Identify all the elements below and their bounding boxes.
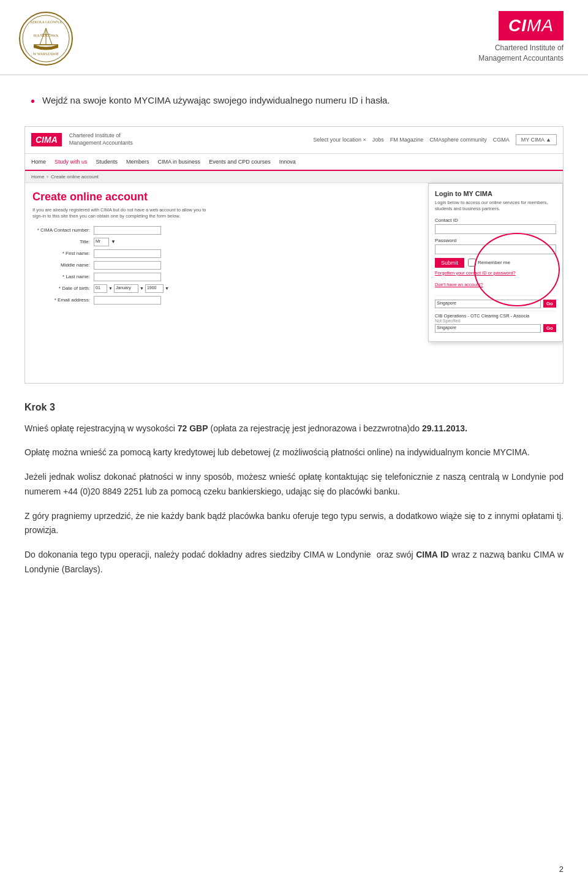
mockup-nav-bar: Home Study with us Students Members CIMA…	[25, 154, 563, 171]
create-account-desc: If you are already registered with CIMA …	[32, 207, 216, 220]
location-row-1: Singapore Go	[435, 300, 556, 308]
cima-subtitle: Chartered Institute of Management Accoun…	[478, 43, 564, 64]
cima-logo: CIMA	[499, 11, 564, 40]
popup-submit-row: Submit Remember me	[435, 258, 556, 268]
intro-text: Wejdź na swoje konto MYCIMA używając swo…	[42, 94, 390, 108]
popup-forgot-link[interactable]: Forgotten your contact ID or password?	[435, 270, 556, 276]
step-para-2: Opłatę można wnieść za pomocą karty kred…	[24, 445, 564, 460]
mockup-nav-members[interactable]: Members	[126, 159, 149, 165]
dob-month[interactable]: January	[114, 284, 138, 293]
go-button-2[interactable]: Go	[543, 324, 556, 332]
page-header: SZKOŁA GŁÓWNA W WARSZAWIE HANDLOWA CIMA …	[0, 0, 588, 75]
contact-input[interactable]	[94, 226, 161, 235]
mockup-body: Create online account If you are already…	[25, 183, 563, 384]
location-item-1-name: CIB Operations - OTC Clearing CSR - Asso…	[435, 313, 556, 319]
title-input[interactable]: Mr	[94, 238, 109, 246]
mockup-breadcrumb: Home › Create online account	[25, 171, 563, 183]
page-footer: 2	[559, 865, 564, 874]
mockup-nav-events[interactable]: Events and CPD courses	[209, 159, 271, 165]
cima-ci: CI	[508, 16, 527, 35]
password-label: Password	[435, 238, 556, 243]
mockup-nav-right: Select your location × Jobs FM Magazine …	[313, 134, 557, 145]
lastname-input[interactable]	[94, 273, 161, 281]
remember-checkbox[interactable]	[468, 259, 476, 267]
dob-day[interactable]: 01	[94, 284, 107, 293]
popup-remember: Remember me	[468, 259, 510, 267]
step-title: Krok 3	[24, 402, 564, 413]
mockup-nav-home[interactable]: Home	[31, 159, 46, 165]
website-screenshot: CIMA Chartered Institute of Management A…	[24, 126, 564, 384]
location-item-1-type: Not Specified	[435, 319, 556, 323]
bullet-icon: •	[31, 95, 35, 107]
svg-text:W WARSZAWIE: W WARSZAWIE	[33, 52, 59, 56]
mockup-cima-text: Chartered Institute of Management Accoun…	[69, 132, 133, 146]
step-para-5: Do dokonania tego typu operacji, należy …	[24, 548, 564, 577]
login-popup: Login to MY CIMA Login below to access o…	[428, 183, 563, 342]
mockup-nav-innova[interactable]: Innova	[279, 159, 296, 165]
dob-year[interactable]: 1900	[145, 284, 164, 293]
intro-section: • Wejdź na swoje konto MYCIMA używając s…	[31, 94, 564, 108]
step-section: Krok 3 Wnieś opłatę rejestracyjną w wyso…	[24, 402, 564, 577]
page-content: • Wejdź na swoje konto MYCIMA używając s…	[0, 75, 588, 605]
sgh-logo: SZKOŁA GŁÓWNA W WARSZAWIE HANDLOWA	[18, 11, 74, 68]
popup-desc: Login below to access our online service…	[435, 200, 556, 213]
password-input[interactable]	[435, 244, 556, 254]
location-input-2[interactable]: Singapore	[435, 324, 541, 333]
mockup-nav-study[interactable]: Study with us	[55, 159, 88, 165]
page-number: 2	[559, 865, 564, 874]
contact-id-label: Contact ID	[435, 218, 556, 223]
svg-text:SZKOŁA GŁÓWNA: SZKOŁA GŁÓWNA	[30, 20, 62, 24]
popup-submit-button[interactable]: Submit	[435, 258, 464, 268]
popup-title: Login to MY CIMA	[435, 190, 556, 197]
go-button-1[interactable]: Go	[543, 300, 556, 308]
cima-ma: MA	[527, 16, 554, 35]
popup-create-link[interactable]: Don't have an account?	[435, 282, 483, 287]
location-section: Singapore Go CIB Operations - OTC Cleari…	[435, 295, 556, 333]
mockup-header: CIMA Chartered Institute of Management A…	[25, 127, 563, 154]
firstname-input[interactable]	[94, 249, 161, 258]
location-row-2: Singapore Go	[435, 324, 556, 333]
email-input[interactable]	[94, 296, 161, 305]
mockup-cima-logo: CIMA	[31, 133, 62, 146]
contact-id-input[interactable]	[435, 224, 556, 234]
middlename-input[interactable]	[94, 261, 161, 270]
cima-logo-area: CIMA Chartered Institute of Management A…	[478, 11, 564, 64]
mockup-nav-business[interactable]: CIMA in business	[158, 159, 201, 165]
location-input-1[interactable]: Singapore	[435, 300, 541, 308]
mockup-nav-students[interactable]: Students	[96, 159, 118, 165]
step-para-3: Jeżeli jednak wolisz dokonać płatności w…	[24, 470, 564, 499]
step-para-4: Z góry pragniemy uprzedzić, że nie każdy…	[24, 509, 564, 539]
mockup-mycima-button[interactable]: MY CIMA ▲	[516, 134, 557, 145]
step-para-1: Wnieś opłatę rejestracyjną w wysokości 7…	[24, 422, 564, 436]
